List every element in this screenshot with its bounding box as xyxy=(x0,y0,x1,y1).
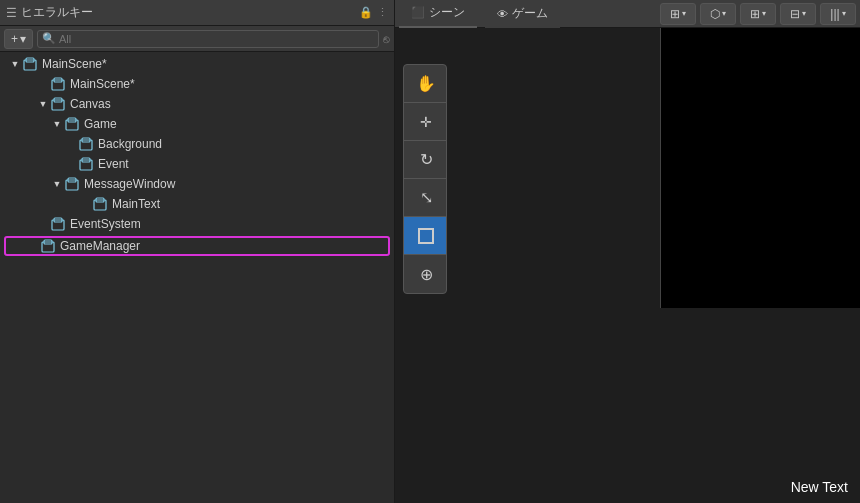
tree-label-mainscene: MainScene* xyxy=(42,57,107,71)
tree-item-maintext[interactable]: MainText xyxy=(0,194,394,214)
tab-scene[interactable]: ⬛ シーン xyxy=(399,0,477,28)
hierarchy-header: ☰ ヒエラルキー 🔒 ⋮ xyxy=(0,0,394,26)
rect-icon xyxy=(418,228,434,244)
tree-label-canvas: Canvas xyxy=(70,97,111,111)
toolbar-btn-4[interactable]: ⊟ ▾ xyxy=(780,3,816,25)
search-input[interactable] xyxy=(59,33,374,45)
toolbar-icon-3: ⊞ xyxy=(750,7,760,21)
tree-item-game[interactable]: ▼ Game xyxy=(0,114,394,134)
arrow-canvas: ▼ xyxy=(36,99,50,109)
tree-item-eventsystem[interactable]: EventSystem xyxy=(0,214,394,234)
toolbar-btn-5[interactable]: ||| ▾ xyxy=(820,3,856,25)
scale-tool-btn[interactable]: ⤡ xyxy=(404,179,447,217)
scene-panel: ⬛ シーン 👁 ゲーム ⊞ ▾ ⬡ ▾ ⊞ ▾ ⊟ xyxy=(395,0,860,503)
tool-panel: ✋ ✛ ↻ ⤡ ⊕ xyxy=(403,64,447,294)
cube-icon-maincamera xyxy=(50,76,66,92)
tree-item-maincamera[interactable]: MainScene* xyxy=(0,74,394,94)
cube-icon-messagewindow xyxy=(64,176,80,192)
tree-item-event[interactable]: Event xyxy=(0,154,394,174)
scene-top-bar: ⬛ シーン 👁 ゲーム ⊞ ▾ ⬡ ▾ ⊞ ▾ ⊟ xyxy=(395,0,860,28)
cube-icon-game xyxy=(64,116,80,132)
scene-tab-icon: ⬛ xyxy=(411,6,425,19)
hand-icon: ✋ xyxy=(416,74,436,93)
hierarchy-panel: ☰ ヒエラルキー 🔒 ⋮ + ▾ 🔍 ⎋ ▼ xyxy=(0,0,395,503)
hierarchy-toolbar: + ▾ 🔍 ⎋ xyxy=(0,26,394,52)
hierarchy-title: ヒエラルキー xyxy=(21,4,355,21)
transform-icon: ⊕ xyxy=(420,265,433,284)
tree-label-maintext: MainText xyxy=(112,197,160,211)
move-tool-btn[interactable]: ✛ xyxy=(404,103,447,141)
game-tab-label: ゲーム xyxy=(512,5,548,22)
toolbar-icon-1: ⊞ xyxy=(670,7,680,21)
toolbar-dropdown-5: ▾ xyxy=(842,9,846,18)
tab-game[interactable]: 👁 ゲーム xyxy=(485,0,560,28)
add-button[interactable]: + ▾ xyxy=(4,29,33,49)
rotate-icon: ↻ xyxy=(420,150,433,169)
hierarchy-menu-icon[interactable]: ☰ xyxy=(6,6,17,20)
toolbar-icon-4: ⊟ xyxy=(790,7,800,21)
cube-icon-maintext xyxy=(92,196,108,212)
cube-icon-gamemanager xyxy=(40,238,56,254)
arrow-game: ▼ xyxy=(50,119,64,129)
scale-icon: ⤡ xyxy=(420,188,433,207)
search-box[interactable]: 🔍 xyxy=(37,30,379,48)
toolbar-dropdown-3: ▾ xyxy=(762,9,766,18)
rect-tool-btn[interactable] xyxy=(404,217,447,255)
cube-icon-eventsystem xyxy=(50,216,66,232)
transform-tool-btn[interactable]: ⊕ xyxy=(404,255,447,293)
tree-label-maincamera: MainScene* xyxy=(70,77,135,91)
tree-label-background: Background xyxy=(98,137,162,151)
toolbar-btn-2[interactable]: ⬡ ▾ xyxy=(700,3,736,25)
tree-label-event: Event xyxy=(98,157,129,171)
hierarchy-options-icon[interactable]: ⋮ xyxy=(377,6,388,19)
toolbar-icon-5: ||| xyxy=(830,7,839,21)
new-text-label: New Text xyxy=(791,479,848,495)
cube-icon-mainscene xyxy=(22,56,38,72)
game-tab-icon: 👁 xyxy=(497,8,508,20)
tree-item-messagewindow[interactable]: ▼ MessageWindow xyxy=(0,174,394,194)
tree-label-game: Game xyxy=(84,117,117,131)
scene-tab-label: シーン xyxy=(429,4,465,21)
hierarchy-lock-icon[interactable]: 🔒 xyxy=(359,6,373,19)
tree-area: ▼ MainScene* ⋮ xyxy=(0,52,394,503)
search-icon: 🔍 xyxy=(42,32,56,45)
tree-item-mainscene[interactable]: ▼ MainScene* ⋮ xyxy=(0,54,394,74)
toolbar-btn-3[interactable]: ⊞ ▾ xyxy=(740,3,776,25)
toolbar-icon-2: ⬡ xyxy=(710,7,720,21)
toolbar-btn-1[interactable]: ⊞ ▾ xyxy=(660,3,696,25)
scene-view-content: ✋ ✛ ↻ ⤡ ⊕ xyxy=(395,28,860,503)
tree-item-canvas[interactable]: ▼ Canvas xyxy=(0,94,394,114)
toolbar-dropdown-1: ▾ xyxy=(682,9,686,18)
tree-item-gamemanager[interactable]: GameManager xyxy=(4,236,390,256)
toolbar-dropdown-2: ▾ xyxy=(722,9,726,18)
hand-tool-btn[interactable]: ✋ xyxy=(404,65,447,103)
tree-label-messagewindow: MessageWindow xyxy=(84,177,175,191)
game-viewport xyxy=(660,28,860,308)
arrow-mainscene: ▼ xyxy=(8,59,22,69)
hierarchy-refresh-icon[interactable]: ⎋ xyxy=(383,33,390,45)
rotate-tool-btn[interactable]: ↻ xyxy=(404,141,447,179)
tree-item-background[interactable]: Background xyxy=(0,134,394,154)
cube-icon-background xyxy=(78,136,94,152)
move-icon: ✛ xyxy=(420,114,432,130)
tree-label-eventsystem: EventSystem xyxy=(70,217,141,231)
cube-icon-canvas xyxy=(50,96,66,112)
toolbar-dropdown-4: ▾ xyxy=(802,9,806,18)
tree-label-gamemanager: GameManager xyxy=(60,239,140,253)
cube-icon-event xyxy=(78,156,94,172)
arrow-messagewindow: ▼ xyxy=(50,179,64,189)
